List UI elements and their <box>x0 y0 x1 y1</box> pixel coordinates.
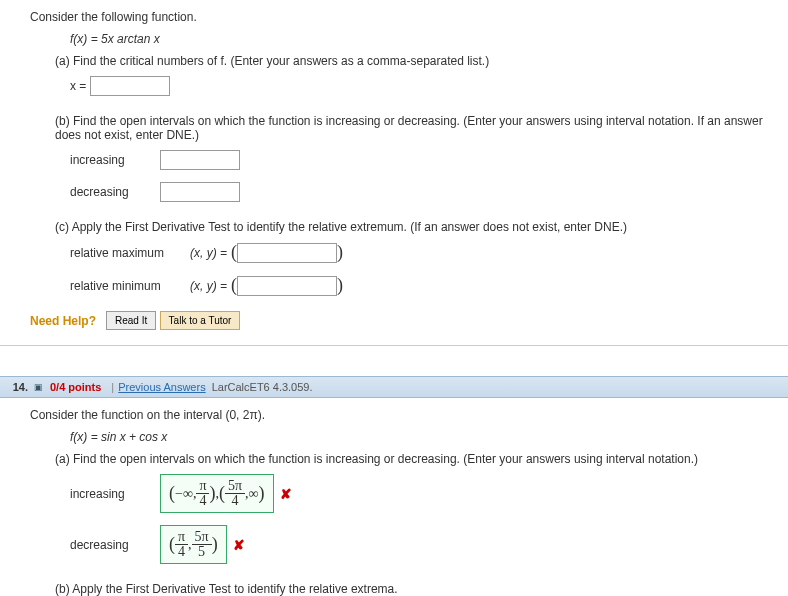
decreasing-row: decreasing ( π4, 5π5 ) ✘ <box>70 525 773 564</box>
function-def: f(x) = 5x arctan x <box>70 32 773 46</box>
increasing-row: increasing (−∞, π4 ),( 5π4 ,∞) ✘ <box>70 474 773 513</box>
increasing-input[interactable] <box>160 150 240 170</box>
decreasing-label: decreasing <box>70 185 150 199</box>
close-paren: ) <box>337 242 343 263</box>
rel-min-label: relative minimum <box>70 279 180 293</box>
spacer <box>0 346 788 376</box>
question-14-header: 14. ▣ 0/4 points | Previous Answers LarC… <box>0 376 788 398</box>
wrong-icon: ✘ <box>280 486 292 502</box>
increasing-label: increasing <box>70 153 150 167</box>
critical-numbers-input[interactable] <box>90 76 170 96</box>
need-help-bar: Need Help? Read It Talk to a Tutor <box>30 311 773 330</box>
decreasing-label: decreasing <box>70 538 150 552</box>
increasing-answer[interactable]: (−∞, π4 ),( 5π4 ,∞) <box>160 474 274 513</box>
previous-answers-link[interactable]: Previous Answers <box>118 381 205 393</box>
talk-to-tutor-button[interactable]: Talk to a Tutor <box>160 311 241 330</box>
decreasing-input[interactable] <box>160 182 240 202</box>
wrong-icon: ✘ <box>233 537 245 553</box>
part-a-label: (a) Find the open intervals on which the… <box>55 452 773 466</box>
rel-max-label: relative maximum <box>70 246 180 260</box>
part-a-label: (a) Find the critical numbers of f. (Ent… <box>55 54 773 68</box>
intro-text: Consider the following function. <box>30 10 773 24</box>
xy-label: (x, y) = <box>190 246 227 260</box>
increasing-row: increasing <box>70 150 773 170</box>
increasing-label: increasing <box>70 487 150 501</box>
decreasing-row: decreasing <box>70 182 773 202</box>
question-13: Consider the following function. f(x) = … <box>0 0 788 346</box>
part-b-label: (b) Apply the First Derivative Test to i… <box>55 582 773 596</box>
separator: | <box>111 381 114 393</box>
x-equals-row: x = <box>70 76 773 96</box>
intro-text: Consider the function on the interval (0… <box>30 408 773 422</box>
question-14: Consider the function on the interval (0… <box>0 398 788 596</box>
question-number: 14. <box>8 381 28 393</box>
xy-label: (x, y) = <box>190 279 227 293</box>
rel-min-input[interactable] <box>237 276 337 296</box>
read-it-button[interactable]: Read It <box>106 311 156 330</box>
close-paren: ) <box>337 275 343 296</box>
part-c-label: (c) Apply the First Derivative Test to i… <box>55 220 773 234</box>
source-label: LarCalcET6 4.3.059. <box>212 381 313 393</box>
rel-min-row: relative minimum (x, y) = ( ) <box>70 275 773 296</box>
decreasing-answer[interactable]: ( π4, 5π5 ) <box>160 525 227 564</box>
points-label: 0/4 points <box>50 381 101 393</box>
function-def: f(x) = sin x + cos x <box>70 430 773 444</box>
x-equals-label: x = <box>70 79 86 93</box>
need-help-label: Need Help? <box>30 314 96 328</box>
part-b-label: (b) Find the open intervals on which the… <box>55 114 773 142</box>
rel-max-row: relative maximum (x, y) = ( ) <box>70 242 773 263</box>
rel-max-input[interactable] <box>237 243 337 263</box>
expand-icon[interactable]: ▣ <box>32 381 44 393</box>
